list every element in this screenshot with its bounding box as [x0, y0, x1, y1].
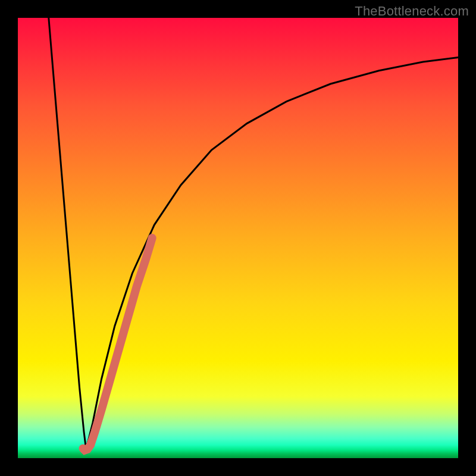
curve-layer [18, 18, 458, 458]
curve-left-branch [49, 18, 86, 449]
highlight-segment [90, 238, 152, 445]
highlight-foot [83, 445, 91, 450]
curve-right-branch [86, 58, 458, 450]
plot-area [18, 18, 458, 458]
watermark-text: TheBottleneck.com [355, 4, 469, 19]
chart-frame: TheBottleneck.com [0, 0, 476, 476]
